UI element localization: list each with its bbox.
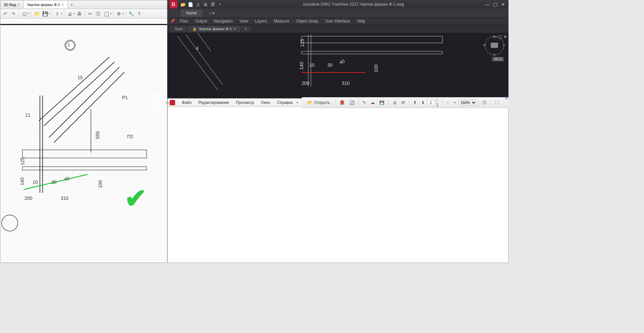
dim-100: 100	[98, 180, 103, 188]
close-icon[interactable]: ×	[234, 27, 236, 31]
app-logo-icon[interactable]: D	[169, 0, 177, 8]
close-icon[interactable]: ×	[17, 2, 20, 7]
svg-rect-18	[302, 51, 442, 54]
menu-help[interactable]: Help	[354, 19, 369, 23]
batch-plot-icon[interactable]: 🗐	[210, 1, 216, 7]
redo-icon[interactable]: ↷	[10, 10, 17, 17]
dwg-titlebar: D 📂 📄 🖨 🖶 🗐 ▾ Autodesk DWG TrueView 2021…	[167, 0, 508, 9]
tab-label: Чертеж фермы Ф-1	[199, 27, 232, 31]
svg-line-16	[198, 33, 211, 51]
menu-navigation[interactable]: Navigation	[210, 19, 236, 23]
copy-view-icon[interactable]: ◱	[21, 10, 28, 17]
tab-3d-view[interactable]: 3D Вид ×	[0, 1, 24, 8]
pdf-app-icon: A Чертеж фермы Ф-1.pdf - Adobe Reader — …	[170, 100, 175, 105]
prev-page-icon[interactable]: ⬆	[411, 99, 419, 106]
menu-edit[interactable]: Редактирование	[195, 100, 232, 105]
new-tab-button[interactable]: +	[68, 1, 76, 8]
svg-point-13	[2, 215, 18, 231]
minimize-icon[interactable]: —	[484, 2, 490, 7]
minimize-icon[interactable]: —	[164, 100, 173, 105]
maximize-icon[interactable]: ▢	[492, 2, 498, 7]
folder-icon: 📂	[308, 100, 313, 105]
open-button[interactable]: 📂 Открыть	[304, 99, 334, 106]
dim-30: 30	[51, 179, 57, 185]
wrench-icon[interactable]: 🔧	[127, 10, 135, 17]
sheet-icon[interactable]: 📄	[187, 1, 194, 7]
minimize-viewport-icon[interactable]: —	[493, 34, 497, 39]
undo-icon[interactable]: ↶	[2, 10, 9, 17]
svg-rect-17	[302, 36, 442, 43]
zoom-select[interactable]: 150%	[458, 100, 477, 106]
help-icon[interactable]: ?	[136, 10, 143, 17]
menu-close-icon[interactable]: ×	[296, 100, 301, 105]
wcs-badge[interactable]: WCS	[492, 57, 504, 61]
edit-pdf-icon[interactable]: ✎	[360, 99, 368, 106]
copy-icon[interactable]: ⿻	[95, 10, 102, 17]
settings-icon[interactable]: ⚙	[115, 10, 122, 17]
menu-view[interactable]: Просмотр	[232, 100, 258, 105]
menu-layers[interactable]: Layers	[252, 19, 270, 23]
convert-pdf-icon[interactable]: 🔄	[347, 99, 357, 106]
menu-objectsnap[interactable]: Object Snap	[293, 19, 322, 23]
new-doctab-button[interactable]: +	[241, 26, 250, 32]
menu-output[interactable]: Output	[192, 19, 210, 23]
open-label: Открыть	[314, 100, 330, 105]
dwg-canvas[interactable]: 4 125 140 10 30 40 100 200 310 N S E W W…	[167, 33, 508, 98]
menu-files[interactable]: Files	[176, 19, 192, 23]
page-input[interactable]	[427, 100, 435, 105]
paste-icon[interactable]: 📋	[103, 10, 110, 17]
save-icon[interactable]: 💾	[41, 10, 49, 17]
create-pdf-icon[interactable]: 📕	[337, 99, 347, 106]
tools-button[interactable]: Инструменты	[501, 94, 508, 111]
doctab-drawing[interactable]: 🔒 Чертеж фермы Ф-1 ×	[188, 26, 240, 32]
plot-preview-icon[interactable]: 🖶	[202, 1, 208, 7]
cloud-icon[interactable]: ☁	[368, 99, 377, 106]
dropdown-icon[interactable]: ▾	[217, 1, 223, 7]
close-viewport-icon[interactable]: ✕	[503, 34, 507, 39]
menu-measure[interactable]: Measure	[270, 19, 293, 23]
dwg-trueview-app: D 📂 📄 🖨 🖶 🗐 ▾ Autodesk DWG TrueView 2021…	[167, 0, 508, 98]
dim-10: 10	[33, 179, 38, 185]
menu-userinterface[interactable]: User Interface	[322, 19, 354, 23]
export-icon[interactable]: ⇪	[54, 10, 61, 17]
cut-icon[interactable]: ✂	[87, 10, 94, 17]
dim-30: 30	[327, 62, 333, 68]
print-icon[interactable]: 🖨	[390, 99, 399, 106]
tab-drawing[interactable]: Чертеж фермы Ф-1 ×	[24, 1, 68, 8]
menu-view[interactable]: View	[236, 19, 252, 23]
open-icon[interactable]: 📂	[180, 1, 186, 7]
open-icon[interactable]: 📁	[33, 10, 41, 17]
left-canvas[interactable]: 1 10 Р1 11 П2 550 125 140 10 30 40 100 2…	[0, 18, 167, 263]
nav-e: E	[503, 44, 505, 47]
read-mode-icon[interactable]: ⛶	[493, 99, 501, 106]
next-page-icon[interactable]: ⬇	[419, 99, 427, 106]
dim-310: 310	[61, 196, 68, 201]
close-icon[interactable]: ✕	[500, 2, 506, 7]
pdf-toolbar: 📂 Открыть 📕 🔄 ✎ ☁ 💾 🖨 ✉ ⬆ ⬇ / 1 − + 150%…	[302, 97, 508, 108]
tab-home[interactable]: Home	[181, 9, 202, 17]
pdf-title: Чертеж фермы Ф-1.pdf - Adobe Reader	[153, 93, 163, 113]
zoom-out-icon[interactable]: −	[444, 99, 451, 106]
print-icon[interactable]: 🖨	[195, 1, 201, 7]
doctab-start[interactable]: Start	[170, 26, 187, 32]
print-icon[interactable]: 🖨	[66, 10, 73, 17]
pdf-titlebar: A Чертеж фермы Ф-1.pdf - Adobe Reader — …	[168, 99, 508, 107]
dim-140: 140	[299, 62, 304, 69]
panel-toggle-icon[interactable]: ▭▾	[209, 11, 215, 15]
tab-label: Start	[175, 27, 182, 31]
fit-page-icon[interactable]: ⿻	[480, 99, 489, 106]
zoom-in-icon[interactable]: +	[451, 99, 458, 106]
menu-file[interactable]: Файл	[178, 100, 195, 105]
close-icon[interactable]: ×	[61, 2, 64, 7]
email-icon[interactable]: ✉	[399, 99, 407, 106]
pin-icon[interactable]: 📌	[170, 19, 175, 23]
menu-help[interactable]: Справка	[274, 100, 296, 105]
menu-window[interactable]: Окно	[258, 100, 274, 105]
dim-200: 200	[24, 196, 32, 201]
pdf-menubar: Файл Редактирование Просмотр Окно Справк…	[177, 99, 302, 106]
maximize-viewport-icon[interactable]: ▢	[498, 34, 502, 39]
print-preview-icon[interactable]: 🖶	[75, 10, 83, 17]
save-icon[interactable]: 💾	[377, 99, 387, 106]
svg-line-14	[177, 36, 218, 90]
svg-point-1	[66, 41, 74, 50]
